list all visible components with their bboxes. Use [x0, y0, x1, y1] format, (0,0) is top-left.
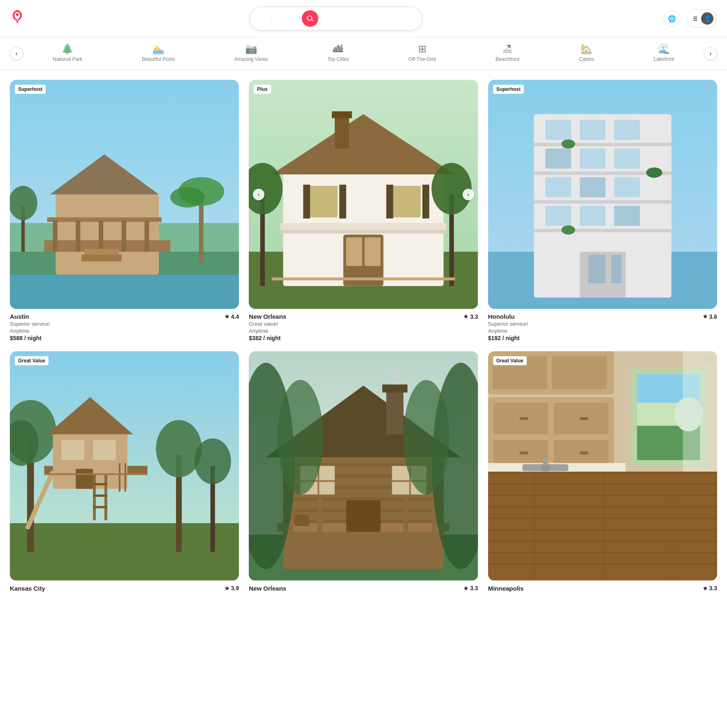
svg-rect-45	[534, 143, 671, 146]
location-input[interactable]	[258, 17, 272, 20]
beautiful-pools-label: Beautiful Pools	[142, 56, 175, 62]
listing-card-new-orleans-2[interactable]: ♡ New Orleans ★ 3.3	[249, 351, 478, 592]
category-item-top-cities[interactable]: 🏙 Top Cities	[322, 42, 354, 65]
menu-user-button[interactable]: ☰ 👤	[687, 9, 717, 28]
wishlist-button[interactable]: ♡	[227, 355, 235, 364]
airbnb-logo[interactable]	[10, 9, 25, 28]
svg-rect-35	[280, 223, 447, 230]
svg-rect-11	[122, 220, 126, 252]
svg-rect-12	[144, 220, 149, 252]
listing-info: Austin ★ 4.4 Superior service! Anytime $…	[10, 309, 239, 341]
listing-city: Minneapolis	[488, 585, 524, 592]
language-button[interactable]: 🌐	[664, 10, 680, 27]
wishlist-button[interactable]: ♡	[227, 84, 235, 93]
svg-point-62	[646, 167, 662, 178]
svg-rect-53	[580, 148, 606, 169]
cabins-icon: 🏡	[580, 44, 593, 54]
list-yours-link[interactable]	[647, 15, 657, 22]
listing-info: New Orleans ★ 3.3 Great value! Anytime $…	[249, 309, 478, 341]
svg-rect-54	[614, 148, 640, 169]
next-category-button[interactable]: ›	[704, 47, 717, 60]
prev-category-button[interactable]: ‹	[10, 47, 23, 60]
star-icon: ★	[703, 313, 708, 320]
listing-price: $588 / night	[10, 335, 239, 341]
category-nav: ‹ 🌲 National Park 🏊 Beautiful Pools 📷 Am…	[0, 37, 727, 70]
dates-input[interactable]	[272, 17, 285, 20]
svg-rect-34	[365, 237, 381, 266]
listing-title-row: Kansas City ★ 3.9	[10, 585, 239, 592]
svg-rect-51	[614, 120, 640, 140]
svg-rect-81	[93, 495, 107, 497]
guests-input[interactable]	[285, 17, 299, 20]
listing-city: Austin	[10, 313, 29, 320]
star-icon: ★	[225, 585, 229, 591]
category-item-national-park[interactable]: 🌲 National Park	[48, 42, 87, 65]
svg-rect-58	[545, 206, 571, 226]
svg-rect-8	[53, 220, 57, 252]
listing-image-container: Great Value ♡	[488, 351, 717, 580]
off-the-grid-label: Off-The-Grid	[408, 56, 436, 62]
star-icon: ★	[225, 313, 229, 320]
svg-rect-147	[519, 417, 528, 420]
listing-card-honolulu[interactable]: Superhost ♡ Honolulu ★ 3.6 Superior serv…	[488, 80, 717, 341]
listing-tag: Superior service!	[488, 321, 717, 327]
listing-dates: Anytime	[488, 328, 717, 334]
category-item-lakefront[interactable]: 🌊 Lakefront	[649, 42, 679, 65]
svg-rect-30	[387, 185, 394, 218]
next-photo-button[interactable]: ›	[463, 189, 474, 200]
category-item-beautiful-pools[interactable]: 🏊 Beautiful Pools	[137, 42, 180, 65]
listing-info: Honolulu ★ 3.6 Superior service! Anytime…	[488, 309, 717, 341]
listing-card-kansas-city[interactable]: Great Value ♡ Kansas City ★ 3.9	[10, 351, 239, 592]
svg-rect-41	[272, 278, 455, 281]
listing-dates: Anytime	[249, 328, 478, 334]
svg-rect-103	[382, 385, 407, 393]
svg-rect-89	[125, 463, 126, 492]
category-item-amazing-views[interactable]: 📷 Amazing Views	[229, 42, 273, 65]
svg-rect-4	[56, 195, 159, 275]
svg-rect-66	[611, 255, 621, 283]
listing-card-minneapolis[interactable]: Great Value ♡ Minneapolis ★ 3.3	[488, 351, 717, 592]
national-park-label: National Park	[53, 56, 82, 62]
svg-rect-102	[387, 389, 404, 434]
category-item-off-the-grid[interactable]: ⊞ Off-The-Grid	[403, 42, 441, 65]
svg-point-17	[170, 187, 205, 208]
svg-rect-36	[280, 230, 447, 233]
wishlist-button[interactable]: ♡	[466, 355, 474, 364]
svg-rect-29	[339, 185, 346, 218]
svg-point-159	[674, 397, 703, 432]
listing-card-austin[interactable]: Superhost ♡ Austin ★ 4.4 Superior servic…	[10, 80, 239, 341]
svg-rect-10	[99, 220, 103, 252]
svg-rect-48	[534, 229, 671, 232]
wishlist-button[interactable]: ♡	[466, 84, 474, 93]
listing-card-new-orleans-1[interactable]: Plus ♡ ‹ › New Orleans ★ 3.3 Great value…	[249, 80, 478, 341]
search-bar[interactable]	[250, 7, 422, 30]
wishlist-button[interactable]: ♡	[705, 84, 713, 93]
svg-point-105	[387, 366, 400, 377]
svg-rect-117	[346, 501, 381, 532]
svg-rect-80	[93, 483, 107, 486]
svg-rect-27	[389, 186, 421, 218]
svg-rect-68	[10, 523, 239, 580]
prev-photo-button[interactable]: ‹	[253, 189, 264, 200]
star-icon: ★	[703, 585, 708, 591]
listing-info: Minneapolis ★ 3.3	[488, 581, 717, 592]
category-item-cabins[interactable]: 🏡 Cabins	[574, 42, 599, 65]
top-cities-icon: 🏙	[333, 44, 343, 54]
listing-title-row: New Orleans ★ 3.3	[249, 585, 478, 592]
svg-rect-26	[306, 186, 338, 218]
svg-rect-149	[519, 452, 528, 454]
listing-rating: ★ 4.4	[225, 313, 239, 320]
listing-city: Honolulu	[488, 313, 515, 320]
listing-badge: Plus	[254, 85, 271, 94]
listing-dates: Anytime	[10, 328, 239, 334]
lakefront-label: Lakefront	[654, 56, 674, 62]
svg-rect-148	[580, 417, 588, 420]
svg-rect-88	[119, 463, 120, 492]
beachfront-icon: 🏖	[502, 44, 512, 54]
search-button[interactable]	[302, 10, 318, 27]
listing-badge: Superhost	[15, 85, 46, 94]
category-item-beachfront[interactable]: 🏖 Beachfront	[491, 42, 524, 65]
wishlist-button[interactable]: ♡	[705, 355, 713, 364]
svg-rect-49	[545, 120, 571, 140]
beachfront-label: Beachfront	[495, 56, 519, 62]
